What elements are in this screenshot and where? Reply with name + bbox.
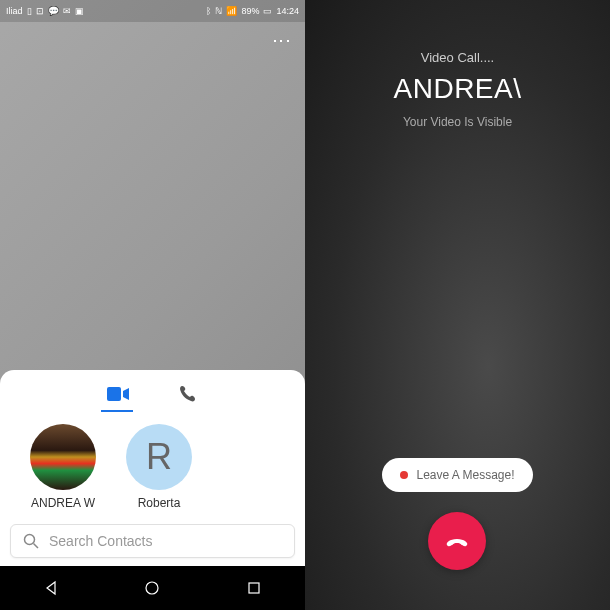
contact-name: Roberta [138,496,181,510]
signal-icon: 📶 [226,6,237,16]
call-actions: Leave A Message! [382,458,532,570]
contacts-screen: Iliad ▯ ⊡ 💬 ✉ ▣ ᛒ ℕ 📶 89% ▭ 14:24 ⋮ [0,0,305,610]
avatar [30,424,96,490]
status-left: Iliad ▯ ⊡ 💬 ✉ ▣ [6,6,84,16]
tab-voice[interactable] [173,382,203,406]
video-camera-icon [107,387,129,401]
overflow-menu-icon[interactable]: ⋮ [271,32,293,48]
avatar: R [126,424,192,490]
battery-icon: ▭ [263,6,272,16]
bluetooth-icon: ᛒ [206,6,211,16]
leave-message-button[interactable]: Leave A Message! [382,458,532,492]
status-bar: Iliad ▯ ⊡ 💬 ✉ ▣ ᛒ ℕ 📶 89% ▭ 14:24 [0,0,305,22]
svg-point-1 [25,535,35,545]
record-icon [400,471,408,479]
search-placeholder: Search Contacts [49,533,153,549]
avatar-letter: R [146,436,172,478]
avatar-photo [30,424,96,490]
mail-icon: ✉ [63,6,71,16]
notif-icon: ⊡ [36,6,44,16]
search-icon [23,533,39,549]
nfc-icon: ℕ [215,6,222,16]
call-status-label: Video Call.... [421,50,494,65]
end-call-button[interactable] [428,512,486,570]
chat-icon: 💬 [48,6,59,16]
carrier-label: Iliad [6,6,23,16]
tab-voice-underline [173,410,205,412]
nav-home-button[interactable] [138,574,166,602]
call-type-tabs [10,382,295,406]
leave-message-label: Leave A Message! [416,468,514,482]
sim-icon: ▯ [27,6,32,16]
svg-rect-0 [107,387,121,401]
android-nav-bar [0,566,305,610]
square-recent-icon [246,580,262,596]
tab-video[interactable] [103,382,133,406]
camera-preview: ⋮ [0,22,305,370]
contacts-row: ANDREA W R Roberta [10,424,295,524]
status-right: ᛒ ℕ 📶 89% ▭ 14:24 [206,6,299,16]
tab-video-underline [101,410,133,412]
svg-rect-4 [249,583,259,593]
contact-item[interactable]: R Roberta [126,424,192,510]
triangle-back-icon [43,580,59,596]
contact-name: ANDREA W [31,496,95,510]
svg-point-3 [146,582,158,594]
bottom-sheet: ANDREA W R Roberta Search Contacts [0,370,305,566]
tab-underlines [10,410,295,412]
phone-icon [179,385,197,403]
hangup-icon [442,526,472,556]
svg-line-2 [34,544,39,549]
time-label: 14:24 [276,6,299,16]
nav-back-button[interactable] [37,574,65,602]
nav-recent-button[interactable] [240,574,268,602]
folder-icon: ▣ [75,6,84,16]
video-visibility-label: Your Video Is Visible [403,115,512,129]
contact-item[interactable]: ANDREA W [30,424,96,510]
battery-label: 89% [241,6,259,16]
search-input[interactable]: Search Contacts [10,524,295,558]
circle-home-icon [144,580,160,596]
caller-name: ANDREA\ [394,73,522,105]
video-call-screen: Video Call.... ANDREA\ Your Video Is Vis… [305,0,610,610]
